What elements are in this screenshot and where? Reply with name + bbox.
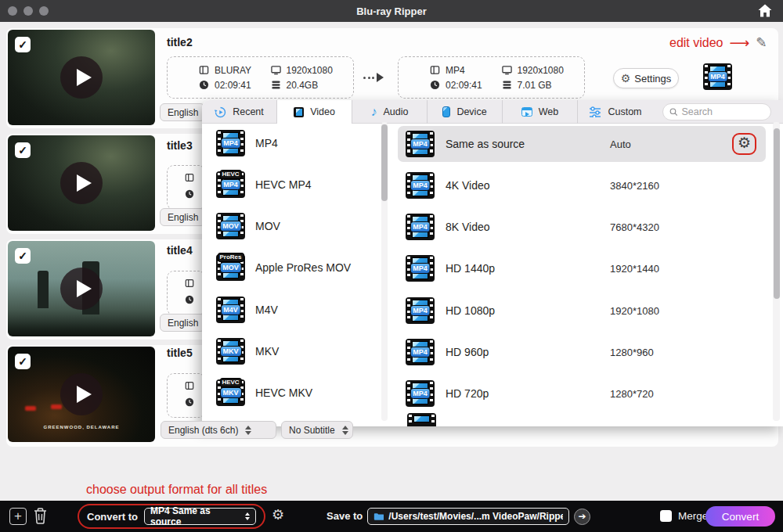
tab-video[interactable]: Video: [277, 100, 352, 124]
source-size-cell: 20.4GB: [271, 77, 343, 92]
format-list-scrollbar[interactable]: [381, 122, 388, 421]
checkbox-checked-icon[interactable]: ✓: [15, 37, 31, 52]
source-info-box-partial: [167, 165, 205, 210]
format-item-mkv[interactable]: MKV MKV: [216, 335, 373, 368]
taillight: [51, 404, 62, 409]
subtitle-select-title5[interactable]: No Subtitle: [281, 421, 353, 439]
output-resolution-cell: 1920x1080: [502, 63, 574, 77]
clip-title: title4: [167, 244, 193, 257]
audio-track-select-title3[interactable]: English: [160, 208, 205, 226]
audio-track-select-title4[interactable]: English: [160, 314, 205, 332]
add-file-icon[interactable]: +: [9, 508, 27, 525]
play-button[interactable]: [60, 162, 103, 204]
edit-pencil-icon[interactable]: ✎: [756, 34, 767, 51]
tab-audio[interactable]: ♪ Audio: [352, 100, 428, 124]
video-file-icon: [185, 173, 194, 182]
preset-icon: MP4: [406, 380, 435, 407]
folder-icon: [373, 512, 384, 521]
search-box[interactable]: [662, 103, 771, 120]
close-window-icon[interactable]: [8, 6, 17, 16]
preset-icon: MP4: [406, 297, 435, 324]
audio-note-icon: ♪: [371, 106, 377, 118]
output-duration-cell: 02:09:41: [430, 77, 502, 92]
gear-icon: ⚙: [621, 73, 631, 84]
window-title: Blu-ray Ripper: [0, 5, 783, 17]
save-path-field[interactable]: /Users/test/Movies/...m VideoPaw/Ripped: [367, 508, 569, 525]
format-item-m4v[interactable]: M4V M4V: [216, 293, 373, 326]
play-button[interactable]: [60, 268, 103, 310]
video-thumbnail-title4[interactable]: ✓: [8, 241, 155, 336]
custom-sliders-icon: [589, 106, 601, 117]
checkbox-checked-icon[interactable]: ✓: [15, 248, 31, 264]
merge-checkbox[interactable]: [660, 510, 672, 522]
save-to-label: Save to: [327, 510, 363, 522]
format-icon: HEVCMKV: [216, 379, 245, 406]
storage-icon: [502, 80, 512, 90]
preset-same-as-source[interactable]: MP4 Same as source Auto ⚙: [398, 126, 766, 162]
tab-device[interactable]: Device: [428, 100, 503, 124]
clock-icon: [199, 80, 209, 90]
minimize-window-icon[interactable]: [23, 6, 33, 16]
window-controls[interactable]: [8, 6, 49, 16]
preset-8k[interactable]: MP4 8K Video 7680*4320: [398, 209, 766, 245]
video-thumbnail-title5[interactable]: GREENWOOD, DELAWARE ✓: [8, 347, 155, 442]
audio-track-select-title2[interactable]: English: [160, 103, 205, 121]
convert-button[interactable]: Convert: [705, 506, 775, 527]
open-folder-arrow-icon[interactable]: ➔: [574, 509, 590, 525]
format-item-hevc-mp4[interactable]: HEVCMP4 HEVC MP4: [216, 168, 373, 201]
home-icon[interactable]: [758, 4, 772, 20]
preset-list-scrollbar[interactable]: [773, 122, 780, 421]
preset-gear-icon[interactable]: ⚙: [738, 135, 751, 151]
format-item-mp4[interactable]: MP4 MP4: [216, 127, 373, 160]
convert-to-select[interactable]: MP4 Same as source: [144, 508, 256, 525]
storage-icon: [271, 80, 281, 90]
clip-title: title3: [167, 139, 193, 152]
video-file-icon: [185, 381, 194, 390]
settings-button[interactable]: ⚙ Settings: [613, 68, 679, 88]
format-icon: MOV: [216, 213, 245, 239]
preset-icon: MP4: [406, 339, 435, 365]
source-info-box-partial: [167, 373, 205, 418]
output-format-icon[interactable]: MP4: [703, 63, 732, 90]
zoom-window-icon[interactable]: [39, 6, 49, 16]
checkbox-checked-icon[interactable]: ✓: [15, 354, 31, 369]
recent-icon: [215, 106, 226, 118]
convert-to-annotation-box: Convert to MP4 Same as source: [78, 504, 265, 529]
bottom-toolbar: + Convert to MP4 Same as source ⚙ Save t…: [0, 501, 783, 532]
preset-4k[interactable]: MP4 4K Video 3840*2160: [398, 167, 766, 203]
format-icon: MP4: [216, 130, 245, 156]
web-icon: [521, 107, 532, 117]
clip-title: title5: [167, 347, 193, 359]
convert-settings-gear-icon[interactable]: ⚙: [272, 508, 284, 522]
preset-icon: MP4: [406, 214, 435, 240]
preset-hd720[interactable]: MP4 HD 720p 1280*720: [398, 376, 766, 412]
clock-icon: [185, 397, 194, 407]
format-item-hevc-mkv[interactable]: HEVCMKV HEVC MKV: [216, 376, 373, 409]
play-button[interactable]: [60, 373, 103, 415]
format-item-prores-mov[interactable]: ProResMOV Apple ProRes MOV: [216, 251, 373, 284]
preset-hd1080[interactable]: MP4 HD 1080p 1920*1080: [398, 293, 766, 329]
search-input[interactable]: [681, 106, 764, 117]
format-icon: HEVCMP4: [216, 171, 245, 198]
preset-icon: MP4: [406, 255, 435, 282]
audio-track-select-title5[interactable]: English (dts 6ch): [161, 421, 276, 439]
title-bar: Blu-ray Ripper: [0, 0, 783, 22]
source-resolution-cell: 1920x1080: [271, 63, 343, 77]
tab-web[interactable]: Web: [503, 100, 578, 124]
scrollbar-thumb[interactable]: [774, 128, 780, 299]
preset-hd960[interactable]: MP4 HD 960p 1280*960: [398, 334, 766, 370]
tab-custom[interactable]: Custom: [578, 100, 653, 124]
video-thumbnail-title3[interactable]: ✓: [8, 135, 155, 231]
checkbox-checked-icon[interactable]: ✓: [15, 142, 31, 158]
delete-icon[interactable]: [33, 507, 48, 527]
video-thumbnail-title2[interactable]: ✓: [8, 30, 155, 125]
tab-recent[interactable]: Recent: [202, 100, 277, 124]
stepper-icon: [342, 426, 348, 435]
format-item-mov[interactable]: MOV MOV: [216, 210, 373, 243]
preset-settings-annotation: ⚙: [732, 133, 756, 156]
scrollbar-thumb[interactable]: [381, 124, 388, 201]
preset-hd1440[interactable]: MP4 HD 1440p 1920*1440: [398, 250, 766, 286]
video-file-icon: [430, 65, 440, 75]
play-button[interactable]: [60, 56, 103, 99]
preset-icon: MP4: [406, 172, 435, 199]
